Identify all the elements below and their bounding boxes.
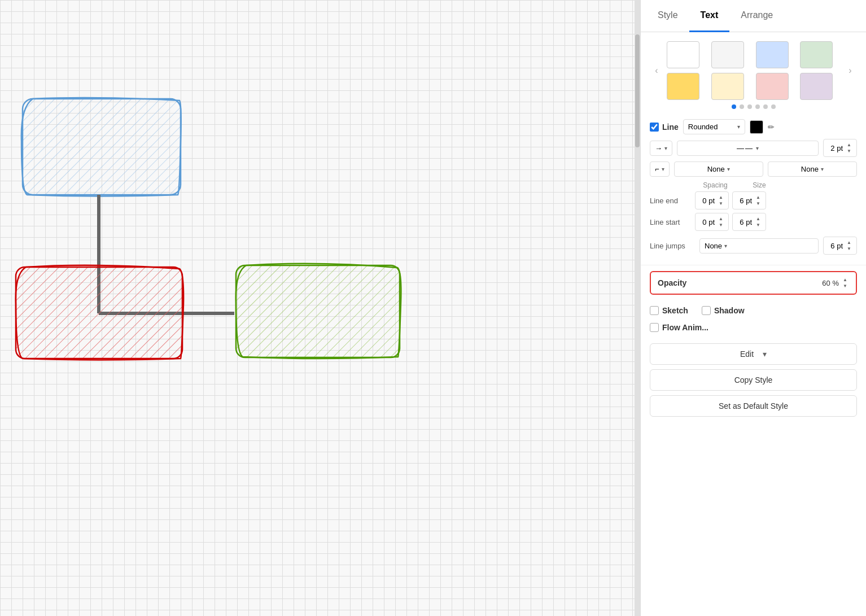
flow-anim-checkbox[interactable] bbox=[650, 323, 659, 332]
opacity-row[interactable]: Opacity 60 % ▲ ▼ bbox=[650, 271, 857, 295]
swatch-white[interactable] bbox=[667, 41, 699, 68]
swatch-lavender[interactable] bbox=[800, 73, 833, 100]
swatch-light-gray[interactable] bbox=[711, 41, 744, 68]
start-none-select[interactable]: None ▾ bbox=[674, 161, 763, 177]
swatch-yellow[interactable] bbox=[667, 73, 699, 100]
line-jumps-label: Line jumps bbox=[650, 242, 695, 250]
line-start-spacing-up[interactable]: ▲ bbox=[717, 216, 725, 222]
line-width-up[interactable]: ▲ bbox=[845, 142, 853, 148]
right-panel: Style Text Arrange ‹ › bbox=[640, 0, 866, 616]
line-jumps-select[interactable]: None ▾ bbox=[699, 238, 819, 254]
size-header: Size bbox=[739, 181, 780, 189]
line-jumps-pt[interactable]: 6 pt ▲ ▼ bbox=[823, 237, 857, 255]
line-start-label: Line start bbox=[650, 218, 695, 226]
swatch-light-yellow[interactable] bbox=[711, 73, 744, 100]
line-style-select[interactable]: —— ▾ bbox=[677, 141, 819, 156]
swatches-prev-btn[interactable]: ‹ bbox=[650, 64, 663, 77]
line-width-stepper[interactable]: ▲ ▼ bbox=[845, 142, 853, 154]
line-start-size-stepper[interactable]: ▲ ▼ bbox=[754, 216, 762, 228]
connection-row: ⌐ ▾ None ▾ None ▾ bbox=[650, 161, 857, 177]
line-start-spacing-stepper[interactable]: ▲ ▼ bbox=[717, 216, 725, 228]
scrollbar-vertical[interactable] bbox=[635, 0, 640, 616]
end-none-select[interactable]: None ▾ bbox=[768, 161, 857, 177]
sketch-checkbox[interactable] bbox=[650, 306, 659, 315]
line-end-size-up[interactable]: ▲ bbox=[754, 194, 762, 200]
flow-anim-row: Flow Anim... bbox=[641, 321, 866, 338]
tab-style[interactable]: Style bbox=[646, 0, 689, 32]
scrollbar-thumb[interactable] bbox=[635, 34, 640, 147]
flow-anim-label[interactable]: Flow Anim... bbox=[650, 323, 857, 332]
line-checkbox[interactable] bbox=[650, 123, 659, 132]
opacity-stepper[interactable]: ▲ ▼ bbox=[841, 277, 849, 289]
arrow-chevron: ▾ bbox=[664, 145, 667, 151]
line-jumps-row: Line jumps None ▾ 6 pt ▲ ▼ bbox=[650, 237, 857, 255]
line-width-value: 2 pt bbox=[827, 144, 843, 152]
swatch-light-blue[interactable] bbox=[756, 41, 789, 68]
shadow-label: Shadow bbox=[714, 306, 745, 315]
swatch-dot-3[interactable] bbox=[747, 104, 752, 109]
line-checkbox-label[interactable]: Line bbox=[650, 123, 679, 132]
line-row: Line Rounded ▾ ✏ bbox=[650, 119, 857, 134]
swatch-dot-1[interactable] bbox=[732, 104, 736, 109]
connection-type-select[interactable]: ⌐ ▾ bbox=[650, 161, 670, 177]
swatches-grid bbox=[667, 41, 840, 100]
start-label: None bbox=[707, 165, 725, 173]
line-jumps-stepper[interactable]: ▲ ▼ bbox=[845, 239, 853, 252]
line-end-spacing-stepper[interactable]: ▲ ▼ bbox=[717, 194, 725, 207]
canvas-area[interactable] bbox=[0, 0, 640, 616]
swatch-pink[interactable] bbox=[756, 73, 789, 100]
opacity-down[interactable]: ▼ bbox=[841, 283, 849, 289]
opacity-up[interactable]: ▲ bbox=[841, 277, 849, 283]
line-end-spacing-down[interactable]: ▼ bbox=[717, 200, 725, 207]
line-start-spacing-down[interactable]: ▼ bbox=[717, 222, 725, 228]
swatch-dot-5[interactable] bbox=[763, 104, 768, 109]
line-end-size-stepper[interactable]: ▲ ▼ bbox=[754, 194, 762, 207]
line-start-spacing[interactable]: 0 pt ▲ ▼ bbox=[695, 213, 729, 231]
shadow-checkbox[interactable] bbox=[702, 306, 711, 315]
opacity-value: 60 % bbox=[822, 279, 839, 287]
line-width-down[interactable]: ▼ bbox=[845, 148, 853, 154]
tab-text[interactable]: Text bbox=[689, 0, 730, 32]
line-end-size[interactable]: 6 pt ▲ ▼ bbox=[732, 191, 766, 209]
line-start-size[interactable]: 6 pt ▲ ▼ bbox=[732, 213, 766, 231]
line-start-size-val: 6 pt bbox=[736, 218, 752, 226]
line-start-size-up[interactable]: ▲ bbox=[754, 216, 762, 222]
line-jumps-down[interactable]: ▼ bbox=[845, 246, 853, 252]
line-end-spacing-up[interactable]: ▲ bbox=[717, 194, 725, 200]
line-jumps-up[interactable]: ▲ bbox=[845, 239, 853, 246]
line-color-box[interactable] bbox=[750, 120, 763, 134]
end-chevron: ▾ bbox=[821, 166, 824, 172]
pen-icon[interactable]: ✏ bbox=[768, 123, 775, 132]
swatches-section: ‹ › bbox=[641, 32, 866, 113]
shadow-check-label[interactable]: Shadow bbox=[702, 306, 745, 315]
opacity-value-group[interactable]: 60 % ▲ ▼ bbox=[822, 277, 849, 289]
line-end-size-down[interactable]: ▼ bbox=[754, 200, 762, 207]
line-start-row: Line start 0 pt ▲ ▼ 6 pt ▲ ▼ bbox=[650, 213, 857, 231]
line-end-size-val: 6 pt bbox=[736, 196, 752, 205]
line-width-input[interactable]: 2 pt ▲ ▼ bbox=[823, 139, 857, 157]
line-style-dropdown[interactable]: Rounded ▾ bbox=[683, 119, 745, 134]
line-end-label: Line end bbox=[650, 196, 695, 205]
line-end-spacing[interactable]: 0 pt ▲ ▼ bbox=[695, 191, 729, 209]
opacity-label: Opacity bbox=[658, 278, 817, 287]
swatch-light-green[interactable] bbox=[800, 41, 833, 68]
swatches-next-btn[interactable]: › bbox=[843, 64, 857, 77]
set-default-button[interactable]: Set as Default Style bbox=[650, 395, 857, 417]
line-start-size-down[interactable]: ▼ bbox=[754, 222, 762, 228]
corner-chevron: ▾ bbox=[662, 166, 664, 172]
sketch-check-label[interactable]: Sketch bbox=[650, 306, 688, 315]
tab-arrange[interactable]: Arrange bbox=[729, 0, 784, 32]
start-chevron: ▾ bbox=[727, 166, 730, 172]
swatch-dot-2[interactable] bbox=[740, 104, 744, 109]
swatch-dot-6[interactable] bbox=[771, 104, 776, 109]
line-dash-chevron: ▾ bbox=[756, 145, 759, 151]
edit-button[interactable]: Edit ▾ bbox=[650, 343, 857, 365]
line-style-chevron: ▾ bbox=[737, 124, 740, 130]
line-style-value: Rounded bbox=[688, 123, 718, 131]
sketch-label: Sketch bbox=[662, 306, 688, 315]
arrow-start-select[interactable]: → ▾ bbox=[650, 141, 672, 156]
arrow-symbol: → bbox=[655, 144, 662, 152]
copy-style-button[interactable]: Copy Style bbox=[650, 369, 857, 391]
swatch-dot-4[interactable] bbox=[755, 104, 760, 109]
spacing-size-labels: Spacing Size bbox=[650, 181, 857, 189]
